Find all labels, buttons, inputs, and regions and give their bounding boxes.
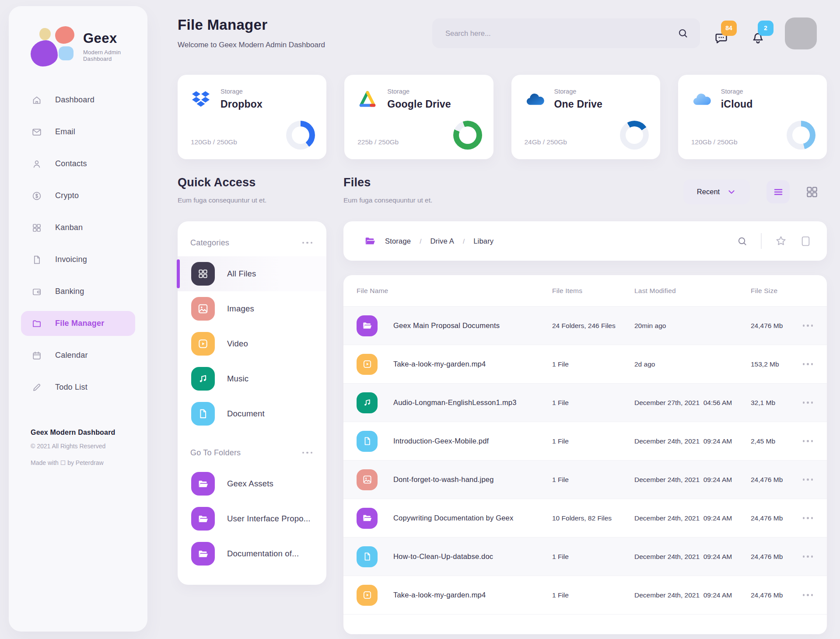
storage-donut-chart xyxy=(453,121,482,150)
global-search xyxy=(432,18,700,48)
search-icon[interactable] xyxy=(677,28,689,39)
notifications-button[interactable]: 2 xyxy=(751,31,766,46)
last-modified: December 24th, 2021 09:24 AM xyxy=(634,437,751,445)
search-files-icon[interactable] xyxy=(737,236,748,247)
quick-access-title: Quick Access xyxy=(178,176,266,189)
file-type-image-icon xyxy=(357,469,378,490)
storage-label: Storage xyxy=(721,88,753,95)
category-video[interactable]: Video xyxy=(178,326,326,361)
files-title: Files xyxy=(343,176,432,189)
files-subtitle: Eum fuga consequuntur ut et. xyxy=(343,196,432,204)
files-table: File Name File Items Last Modified File … xyxy=(343,275,827,634)
sidebar-item-label: Contacts xyxy=(55,159,87,168)
category-images[interactable]: Images xyxy=(178,291,326,326)
last-modified: 2d ago xyxy=(634,360,751,368)
row-menu-button[interactable] xyxy=(802,322,814,329)
sidebar-item-crypto[interactable]: Crypto xyxy=(21,183,135,208)
storage-card-icloud[interactable]: Storage iCloud 120Gb / 250Gb xyxy=(678,75,827,159)
sidebar-item-label: Dashboard xyxy=(55,95,94,105)
folder-shortcut-label: Geex Assets xyxy=(227,479,273,489)
app-tagline: Modern Admin Dashboard xyxy=(83,49,147,62)
row-menu-button[interactable] xyxy=(802,591,814,599)
folder-shortcut-label: User Interface Propo... xyxy=(227,514,311,524)
category-label: Document xyxy=(227,409,265,419)
footer-title: Geex Modern Dashboard xyxy=(31,429,116,436)
table-row[interactable]: Take-a-look-my-garden.mp4 1 File Decembe… xyxy=(343,576,827,614)
wallet-icon xyxy=(32,286,42,297)
storage-card-dropbox[interactable]: Storage Dropbox 120Gb / 250Gb xyxy=(178,75,326,159)
sidebar-item-invoicing[interactable]: Invoicing xyxy=(21,247,135,272)
row-menu-button[interactable] xyxy=(802,437,814,445)
file-items: 1 File xyxy=(552,476,634,484)
file-items: 1 File xyxy=(552,360,634,368)
sidebar-item-kanban[interactable]: Kanban xyxy=(21,215,135,240)
folder-shortcut-geex-assets[interactable]: Geex Assets xyxy=(178,466,326,501)
storage-card-google-drive[interactable]: Storage Google Drive 225b / 250Gb xyxy=(344,75,493,159)
user-avatar[interactable] xyxy=(785,17,817,49)
quick-access-header: Quick Access Eum fuga consequuntur ut et… xyxy=(178,176,266,204)
quick-access-panel: Categories All Files Images Video Music … xyxy=(178,221,326,585)
file-type-music-icon xyxy=(357,392,378,413)
chat-button[interactable]: 84 xyxy=(714,31,729,46)
storage-donut-chart xyxy=(787,121,816,150)
sidebar-item-contacts[interactable]: Contacts xyxy=(21,151,135,176)
table-row[interactable]: Dont-forget-to-wash-hand.jpeg 1 File Dec… xyxy=(343,460,827,499)
folders-menu-button[interactable] xyxy=(301,449,314,457)
dropbox-icon xyxy=(191,90,211,108)
star-icon[interactable] xyxy=(775,235,787,247)
storage-usage: 120Gb / 250Gb xyxy=(691,138,738,146)
sidebar-item-banking[interactable]: Banking xyxy=(21,279,135,304)
table-row[interactable]: Copywriting Documentation by Geex 10 Fol… xyxy=(343,499,827,537)
row-menu-button[interactable] xyxy=(802,360,814,368)
breadcrumb-item-drive-a[interactable]: Drive A xyxy=(430,237,454,245)
sidebar-item-label: Kanban xyxy=(55,223,83,232)
file-name: Geex Main Proposal Documents xyxy=(393,321,500,330)
sidebar-item-todo-list[interactable]: Todo List xyxy=(21,375,135,400)
sort-dropdown[interactable]: Recent xyxy=(683,179,750,204)
table-row[interactable]: How-to-Clean-Up-databse.doc 1 File Decem… xyxy=(343,537,827,576)
storage-donut-chart xyxy=(286,121,315,150)
page-title: File Manager xyxy=(178,17,325,33)
folder-shortcut-documentation[interactable]: Documentation of... xyxy=(178,536,326,571)
calendar-icon xyxy=(32,350,42,361)
select-frame-icon[interactable] xyxy=(800,236,811,247)
user-icon xyxy=(32,159,42,169)
folder-open-icon xyxy=(191,542,215,566)
file-items: 10 Folders, 82 Files xyxy=(552,514,634,522)
sidebar-item-dashboard[interactable]: Dashboard xyxy=(21,87,135,112)
breadcrumb-item-storage[interactable]: Storage xyxy=(385,237,411,245)
table-row[interactable]: Introduction-Geex-Mobile.pdf 1 File Dece… xyxy=(343,422,827,460)
sidebar: Geex Modern Admin Dashboard Dashboard Em… xyxy=(9,6,147,632)
breadcrumb-item-libary[interactable]: Libary xyxy=(473,237,494,245)
last-modified: December 24th, 2021 09:24 AM xyxy=(634,514,751,522)
row-menu-button[interactable] xyxy=(802,476,814,483)
row-menu-button[interactable] xyxy=(802,399,814,406)
category-music[interactable]: Music xyxy=(178,361,326,396)
file-name: Take-a-look-my-garden.mp4 xyxy=(393,591,486,599)
storage-label: Storage xyxy=(387,88,451,95)
folder-shortcut-user-interface[interactable]: User Interface Propo... xyxy=(178,501,326,536)
folder-shortcut-label: Documentation of... xyxy=(227,549,299,559)
category-all-files[interactable]: All Files xyxy=(178,256,326,291)
categories-menu-button[interactable] xyxy=(301,239,314,247)
category-label: Video xyxy=(227,339,248,349)
table-row[interactable]: Geex Main Proposal Documents 24 Folders,… xyxy=(343,306,827,345)
table-row[interactable]: Audio-Longman-EnglishLesson1.mp3 1 File … xyxy=(343,383,827,422)
search-input[interactable] xyxy=(445,29,677,38)
files-controls: Recent xyxy=(683,179,819,204)
table-row[interactable]: Take-a-look-my-garden.mp4 1 File 2d ago … xyxy=(343,345,827,383)
file-name: Audio-Longman-EnglishLesson1.mp3 xyxy=(393,398,517,407)
last-modified: December 24th, 2021 09:24 AM xyxy=(634,476,751,484)
sidebar-item-calendar[interactable]: Calendar xyxy=(21,343,135,368)
sidebar-item-file-manager[interactable]: File Manager xyxy=(21,311,135,336)
storage-card-one-drive[interactable]: Storage One Drive 24Gb / 250Gb xyxy=(511,75,660,159)
row-menu-button[interactable] xyxy=(802,553,814,560)
folder-open-icon xyxy=(191,507,215,531)
list-view-button[interactable] xyxy=(766,180,790,203)
quick-access-subtitle: Eum fuga consequuntur ut et. xyxy=(178,196,266,204)
sidebar-item-email[interactable]: Email xyxy=(21,119,135,144)
logo-blob-blue xyxy=(59,46,74,60)
category-document[interactable]: Document xyxy=(178,396,326,431)
grid-view-button[interactable] xyxy=(805,185,819,199)
row-menu-button[interactable] xyxy=(802,514,814,522)
